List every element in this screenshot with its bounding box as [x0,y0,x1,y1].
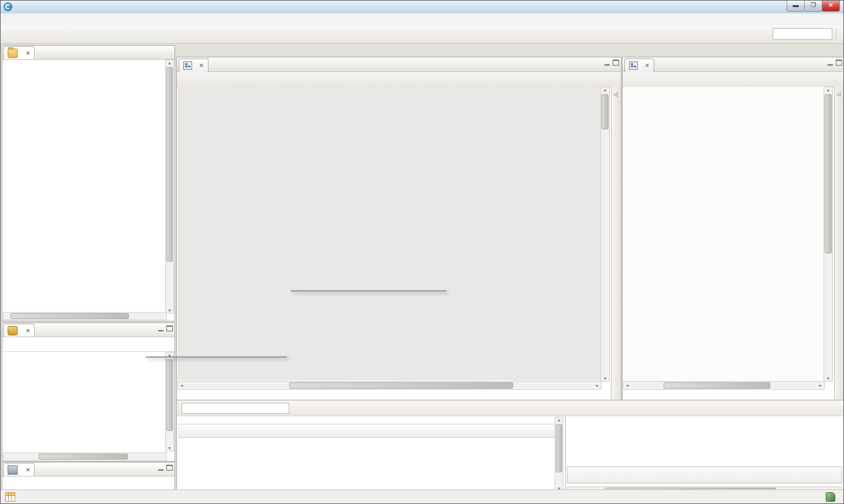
tab-remote-systems[interactable]: ✕ [4,463,35,476]
flow-diagram-canvas[interactable] [177,87,600,380]
database-icon [8,326,18,335]
results-toolbar [177,400,844,416]
er-hscroll[interactable]: ◄► [623,381,825,390]
er-diagram-canvas[interactable] [623,87,824,380]
remote-system-icon [8,465,18,475]
sql-results-table[interactable] [178,424,555,489]
diagram-icon [629,61,638,70]
flow-vscroll[interactable]: ▲▼ [600,87,610,382]
result-grid-header[interactable] [567,467,842,484]
palette-collapse-strip[interactable] [611,87,621,400]
remote-systems-tab-row: ✕ [2,462,175,476]
table-icon [5,492,15,502]
results-header-row[interactable] [178,424,555,438]
results-vscroll[interactable]: ▲▼ [555,417,563,492]
er-editor-view: ✕ ▲▼ ◄► [622,57,844,401]
close-icon[interactable]: ✕ [26,467,30,473]
project-explorer-icon [8,49,18,58]
maximize-editor-icon[interactable] [613,60,619,66]
run-detail-panel: ◄► [565,416,843,491]
heap-status-icon [826,492,835,502]
close-icon[interactable]: ✕ [645,63,650,68]
remote-systems-view: ✕ [2,462,175,491]
maximize-view-icon[interactable] [166,465,173,471]
er-vscroll[interactable]: ▲▼ [824,87,833,382]
query-filter-input[interactable] [182,403,289,414]
project-explorer-vscroll[interactable]: ▲▼ [165,60,174,314]
tab-data-source-explorer[interactable]: ✕ [4,324,35,337]
data-source-explorer-view: ✕ ▲▼ [2,323,175,462]
maximize-editor-icon[interactable] [836,60,842,66]
tab-entity-relational-diagram[interactable]: ✕ [624,59,654,72]
iri-submenu [291,290,446,292]
context-menu [146,356,287,358]
close-button[interactable]: ✕ [822,1,840,12]
maximize-view-icon[interactable] [166,325,173,331]
flow-editor-view: ✕ ▲▼ ◄► [176,57,621,401]
main-toolbar [1,25,843,44]
tab-saved-example[interactable]: ✕ [179,59,209,72]
iri-workbench-window: ▬ ❐ ✕ ✕ ▲▼ [0,0,844,504]
diagram-icon [183,61,192,70]
menu-bar [1,13,843,26]
project-explorer-view: ✕ ▲▼ [2,45,175,321]
minimize-view-icon[interactable] [158,326,163,331]
project-explorer-tree[interactable] [3,60,166,313]
title-bar[interactable]: ▬ ❐ ✕ [1,1,843,14]
tab-project-explorer[interactable]: ✕ [4,46,35,59]
project-explorer-hscroll[interactable] [3,312,167,320]
er-editor-tab-row: ✕ [623,57,844,72]
flow-editor-toolbar [177,72,621,87]
project-explorer-tab-row: ✕ [2,46,175,60]
dse-vscroll[interactable]: ▲▼ [165,352,174,451]
minimize-view-icon[interactable] [158,465,163,471]
quick-access-box[interactable] [773,28,832,40]
flow-editor-tab-row: ✕ [177,57,621,72]
flow-hscroll[interactable]: ◄► [177,381,602,390]
dse-tab-row: ✕ [2,323,175,337]
dse-toolbar-row [2,337,175,352]
close-icon[interactable]: ✕ [26,328,30,334]
dse-tree[interactable] [3,352,166,450]
status-bar [1,489,843,503]
minimize-button[interactable]: ▬ [787,1,805,12]
restore-button[interactable]: ❐ [804,1,822,12]
close-icon[interactable]: ✕ [199,63,204,68]
er-editor-toolbar [623,72,844,87]
dse-hscroll[interactable] [3,452,167,461]
app-icon [4,2,13,12]
palette-collapse-strip[interactable] [834,87,844,400]
minimize-editor-icon[interactable] [604,60,610,66]
close-icon[interactable]: ✕ [26,50,30,56]
minimize-editor-icon[interactable] [828,60,833,66]
sql-results-view: ▲▼ ◄► [176,400,844,492]
remote-systems-toolbar-row [2,476,175,490]
